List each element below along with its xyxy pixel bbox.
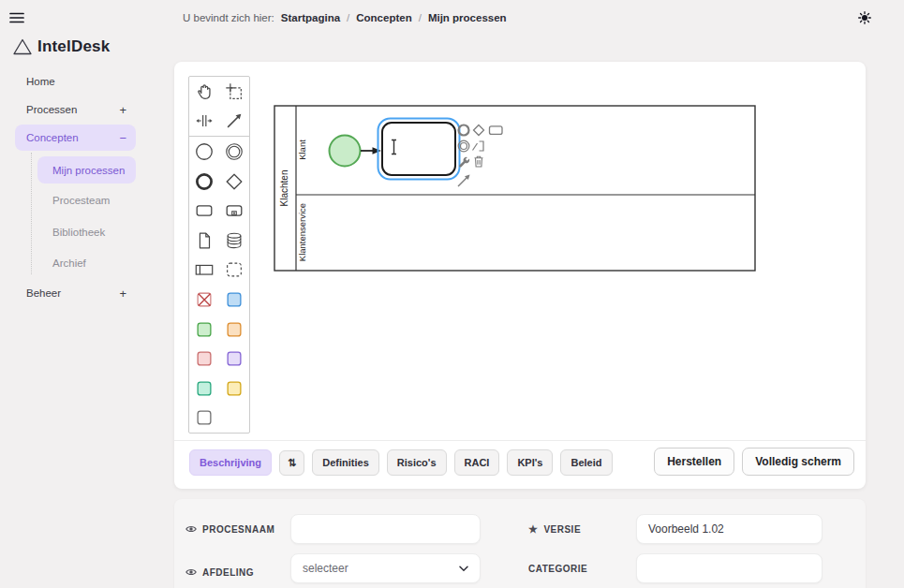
label-text: AFDELING bbox=[202, 567, 254, 578]
end-event-icon[interactable] bbox=[189, 167, 219, 197]
tab-beschrijving[interactable]: Beschrijving bbox=[189, 449, 272, 476]
afdeling-select[interactable]: selecteer bbox=[290, 553, 481, 583]
tab-risicos[interactable]: Risico's bbox=[387, 449, 447, 476]
restore-button[interactable]: Herstellen bbox=[654, 448, 734, 476]
select-placeholder: selecteer bbox=[303, 562, 348, 575]
sidebar-tree-line bbox=[31, 153, 32, 274]
expand-icon[interactable]: + bbox=[119, 287, 126, 301]
sort-button[interactable]: ⇅ bbox=[279, 450, 304, 476]
group-icon[interactable] bbox=[219, 256, 249, 286]
breadcrumb-prefix: U bevindt zich hier: bbox=[183, 12, 274, 23]
sidebar-item-label: Bibliotheek bbox=[52, 227, 105, 238]
lane-label-klantenservice: Klantenservice bbox=[297, 203, 307, 261]
sidebar-item-archief[interactable]: Archief bbox=[52, 255, 86, 272]
brand-triangle-icon bbox=[13, 38, 32, 55]
data-object-icon[interactable] bbox=[189, 226, 219, 256]
breadcrumb-separator: / bbox=[419, 12, 422, 23]
color-blue-icon[interactable] bbox=[219, 285, 249, 315]
sidebar-item-beheer[interactable]: Beheer + bbox=[15, 280, 136, 306]
pool-label: Klachten bbox=[279, 170, 289, 207]
sidebar-item-bibliotheek[interactable]: Bibliotheek bbox=[52, 224, 105, 241]
gateway-icon[interactable] bbox=[219, 167, 249, 197]
categorie-label: CATEGORIE bbox=[528, 553, 587, 583]
sidebar-item-processen[interactable]: Processen + bbox=[15, 96, 136, 123]
start-event-icon[interactable] bbox=[189, 137, 219, 167]
sidebar-item-mijn-processen[interactable]: Mijn processen bbox=[37, 156, 136, 184]
bpmn-canvas[interactable]: Klachten Klant Klantenservice bbox=[274, 105, 757, 273]
sun-icon[interactable] bbox=[858, 11, 871, 24]
color-green-icon[interactable] bbox=[189, 315, 219, 345]
tab-beleid[interactable]: Beleid bbox=[560, 449, 612, 476]
sidebar-item-label: Mijn processen bbox=[37, 165, 125, 176]
breadcrumb-item-startpagina[interactable]: Startpagina bbox=[281, 12, 340, 23]
tab-raci[interactable]: RACI bbox=[454, 449, 500, 476]
afdeling-label: AFDELING bbox=[185, 557, 254, 587]
star-icon: ★ bbox=[528, 524, 538, 534]
fullscreen-button[interactable]: Volledig scherm bbox=[742, 448, 854, 476]
subprocess-icon[interactable] bbox=[219, 196, 249, 226]
top-bar: U bevindt zich hier: Startpagina / Conce… bbox=[0, 0, 904, 36]
sidebar-item-concepten[interactable]: Concepten − bbox=[15, 125, 136, 151]
color-teal-icon[interactable] bbox=[189, 374, 219, 404]
action-buttons: Herstellen Volledig scherm bbox=[654, 448, 854, 476]
categorie-input[interactable] bbox=[636, 553, 822, 583]
tab-definities[interactable]: Definities bbox=[312, 449, 379, 476]
eye-icon bbox=[185, 524, 197, 534]
task-icon[interactable] bbox=[189, 196, 219, 226]
collapse-icon[interactable]: − bbox=[119, 131, 126, 145]
global-connect-tool-icon[interactable] bbox=[219, 107, 249, 137]
breadcrumb: U bevindt zich hier: Startpagina / Conce… bbox=[183, 0, 507, 36]
start-event-shape[interactable] bbox=[330, 136, 361, 167]
sidebar-item-home[interactable]: Home bbox=[15, 68, 136, 95]
brand-name: IntelDesk bbox=[37, 37, 110, 56]
sidebar-item-procesteam[interactable]: Procesteam bbox=[52, 192, 110, 209]
procesnaam-label: PROCESNAAM bbox=[185, 514, 274, 544]
color-orange-icon[interactable] bbox=[219, 315, 249, 345]
color-purple-icon[interactable] bbox=[219, 344, 249, 374]
color-white-icon[interactable] bbox=[189, 404, 219, 434]
process-details-card: PROCESNAAM ★ VERSIE AFDELING selecteer C… bbox=[174, 499, 866, 588]
data-store-icon[interactable] bbox=[219, 226, 249, 256]
sidebar-item-label: Beheer bbox=[15, 287, 61, 299]
color-remove-icon[interactable] bbox=[189, 285, 219, 315]
brand: IntelDesk bbox=[13, 37, 110, 56]
sidebar-item-label: Processen bbox=[15, 104, 77, 115]
procesnaam-input[interactable] bbox=[290, 514, 481, 544]
sort-icon: ⇅ bbox=[288, 457, 296, 468]
versie-input[interactable] bbox=[636, 514, 822, 544]
participant-pool-icon[interactable] bbox=[189, 256, 219, 286]
hand-tool-icon[interactable] bbox=[189, 77, 219, 107]
pool-klachten[interactable]: Klachten Klant Klantenservice bbox=[274, 106, 755, 271]
intermediate-event-icon[interactable] bbox=[219, 137, 249, 167]
sidebar: IntelDesk Home Processen + Concepten − M… bbox=[0, 36, 155, 588]
task-shape-selected[interactable] bbox=[378, 119, 460, 180]
sidebar-item-label: Procesteam bbox=[52, 195, 110, 206]
sidebar-item-label: Archief bbox=[52, 257, 86, 269]
label-text: PROCESNAAM bbox=[202, 524, 274, 535]
space-tool-icon[interactable] bbox=[189, 107, 219, 137]
panel-divider bbox=[174, 440, 866, 441]
sidebar-item-label: Home bbox=[15, 76, 55, 87]
process-editor-card: Klachten Klant Klantenservice bbox=[174, 62, 866, 489]
lane-label-klant: Klant bbox=[297, 140, 307, 160]
label-text: VERSIE bbox=[543, 524, 581, 535]
breadcrumb-item-concepten[interactable]: Concepten bbox=[356, 12, 411, 23]
eye-icon bbox=[185, 567, 197, 577]
menu-icon[interactable] bbox=[9, 12, 24, 23]
lasso-tool-icon[interactable] bbox=[219, 77, 249, 107]
color-pink-icon[interactable] bbox=[189, 344, 219, 374]
label-text: CATEGORIE bbox=[528, 564, 587, 574]
versie-label: ★ VERSIE bbox=[528, 514, 581, 544]
breadcrumb-separator: / bbox=[347, 12, 349, 23]
bpmn-palette bbox=[188, 76, 250, 434]
color-yellow-icon[interactable] bbox=[219, 374, 249, 404]
expand-icon[interactable]: + bbox=[119, 103, 126, 117]
chevron-down-icon bbox=[459, 566, 468, 572]
breadcrumb-item-mijn-processen[interactable]: Mijn processen bbox=[428, 12, 507, 23]
tab-bar: Beschrijving ⇅ Definities Risico's RACI … bbox=[189, 448, 613, 477]
sidebar-item-label: Concepten bbox=[15, 132, 79, 143]
tab-kpis[interactable]: KPI's bbox=[507, 449, 553, 476]
